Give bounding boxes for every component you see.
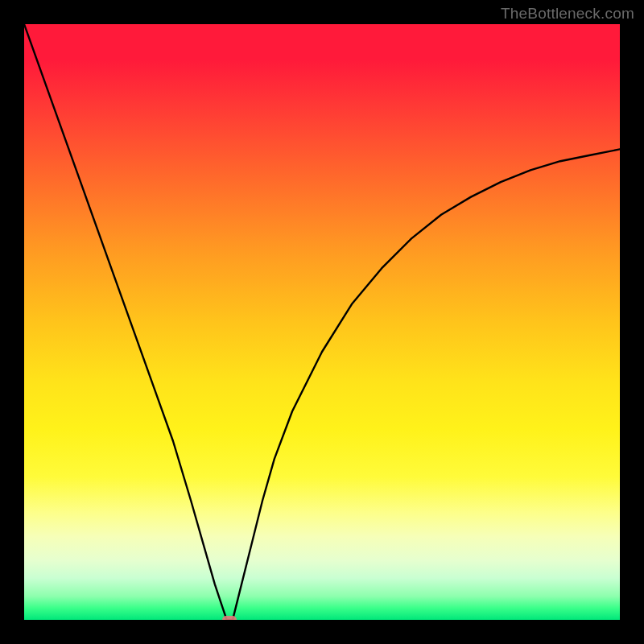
plot-area: [24, 24, 620, 620]
watermark-text: TheBottleneck.com: [501, 5, 634, 23]
optimal-point-marker: [222, 616, 237, 620]
chart-frame: TheBottleneck.com: [0, 0, 644, 644]
bottleneck-curve: [24, 24, 620, 620]
